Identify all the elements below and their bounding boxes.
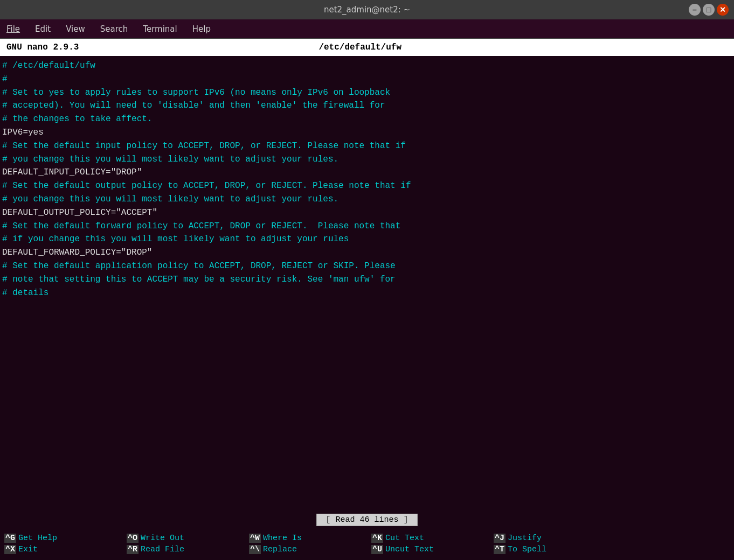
menu-file[interactable]: File xyxy=(4,23,22,35)
editor-area[interactable]: # /etc/default/ufw## Set to yes to apply… xyxy=(0,56,734,512)
shortcut-col-2: ^WWhere Is^\Replace xyxy=(245,528,367,560)
shortcut-col-3: ^KCut Text^UUncut Text xyxy=(367,528,489,560)
shortcut-key: ^G xyxy=(4,534,16,543)
shortcut-key: ^X xyxy=(4,545,16,554)
nano-version: GNU nano 2.9.3 xyxy=(6,43,79,52)
maximize-button[interactable]: □ xyxy=(703,4,715,16)
editor-line: DEFAULT_OUTPUT_POLICY="ACCEPT" xyxy=(2,206,732,220)
shortcut-label: Get Help xyxy=(18,534,57,543)
shortcut-row-3-1[interactable]: ^UUncut Text xyxy=(371,545,485,554)
shortcut-label: Exit xyxy=(18,545,38,554)
menu-edit[interactable]: Edit xyxy=(33,23,53,35)
editor-line: # accepted). You will need to 'disable' … xyxy=(2,99,732,113)
editor-line: # you change this you will most likely w… xyxy=(2,153,732,166)
menu-view[interactable]: View xyxy=(64,23,87,35)
editor-line: # if you change this you will most likel… xyxy=(2,233,732,246)
shortcut-label: Read File xyxy=(141,545,184,554)
shortcut-bar: ^GGet Help^XExit^OWrite Out^RRead File^W… xyxy=(0,528,734,560)
shortcut-key: ^K xyxy=(371,534,383,543)
shortcut-col-4: ^JJustify^TTo Spell xyxy=(489,528,612,560)
editor-line: # you change this you will most likely w… xyxy=(2,193,732,206)
shortcut-row-0-1[interactable]: ^XExit xyxy=(4,545,118,554)
editor-line: IPV6=yes xyxy=(2,126,732,139)
shortcut-label: Replace xyxy=(263,545,297,554)
status-message: [ Read 46 lines ] xyxy=(316,514,417,526)
shortcut-col-0: ^GGet Help^XExit xyxy=(0,528,122,560)
status-bar: [ Read 46 lines ] xyxy=(0,512,734,528)
window-title: net2_admin@net2: ~ xyxy=(324,5,410,15)
editor-line: # Set the default output policy to ACCEP… xyxy=(2,179,732,193)
shortcut-row-0-0[interactable]: ^GGet Help xyxy=(4,534,118,543)
shortcut-row-1-0[interactable]: ^OWrite Out xyxy=(127,534,240,543)
shortcut-row-2-0[interactable]: ^WWhere Is xyxy=(249,534,363,543)
shortcut-col-1: ^OWrite Out^RRead File xyxy=(122,528,245,560)
editor-line: # the changes to take affect. xyxy=(2,113,732,126)
shortcut-row-4-0[interactable]: ^JJustify xyxy=(494,534,607,543)
editor-line: # note that setting this to ACCEPT may b… xyxy=(2,273,732,286)
shortcut-key: ^T xyxy=(494,545,506,554)
shortcut-key: ^J xyxy=(494,534,506,543)
shortcut-row-2-1[interactable]: ^\Replace xyxy=(249,545,363,554)
shortcut-label: To Spell xyxy=(508,545,546,554)
editor-line: # Set the default input policy to ACCEPT… xyxy=(2,139,732,153)
shortcut-row-4-1[interactable]: ^TTo Spell xyxy=(494,545,607,554)
shortcut-label: Cut Text xyxy=(385,534,424,543)
shortcut-key: ^\ xyxy=(249,545,261,554)
shortcut-row-1-1[interactable]: ^RRead File xyxy=(127,545,240,554)
editor-line: DEFAULT_INPUT_POLICY="DROP" xyxy=(2,166,732,179)
shortcut-key: ^W xyxy=(249,534,261,543)
shortcut-label: Where Is xyxy=(263,534,302,543)
editor-line: # Set to yes to apply rules to support I… xyxy=(2,86,732,100)
shortcut-label: Write Out xyxy=(141,534,184,543)
shortcut-label: Uncut Text xyxy=(385,545,434,554)
menu-bar: File Edit View Search Terminal Help xyxy=(0,19,734,39)
shortcut-key: ^O xyxy=(127,534,139,543)
window-controls: – □ ✕ xyxy=(689,4,729,16)
editor-line: # xyxy=(2,73,732,86)
shortcut-col-5 xyxy=(612,528,734,560)
editor-line: # /etc/default/ufw xyxy=(2,59,732,73)
editor-line: # details xyxy=(2,286,732,300)
menu-help[interactable]: Help xyxy=(190,23,213,35)
menu-search[interactable]: Search xyxy=(98,23,130,35)
editor-line: # Set the default application policy to … xyxy=(2,260,732,273)
menu-terminal[interactable]: Terminal xyxy=(141,23,179,35)
nano-filename: /etc/default/ufw xyxy=(79,43,641,52)
minimize-button[interactable]: – xyxy=(689,4,701,16)
close-button[interactable]: ✕ xyxy=(717,4,729,16)
editor-line: # Set the default forward policy to ACCE… xyxy=(2,220,732,233)
title-bar: net2_admin@net2: ~ – □ ✕ xyxy=(0,0,734,19)
shortcut-row-3-0[interactable]: ^KCut Text xyxy=(371,534,485,543)
nano-header: GNU nano 2.9.3 /etc/default/ufw xyxy=(0,39,734,56)
shortcut-key: ^R xyxy=(127,545,139,554)
shortcut-label: Justify xyxy=(508,534,542,543)
shortcut-key: ^U xyxy=(371,545,383,554)
editor-line: DEFAULT_FORWARD_POLICY="DROP" xyxy=(2,246,732,260)
